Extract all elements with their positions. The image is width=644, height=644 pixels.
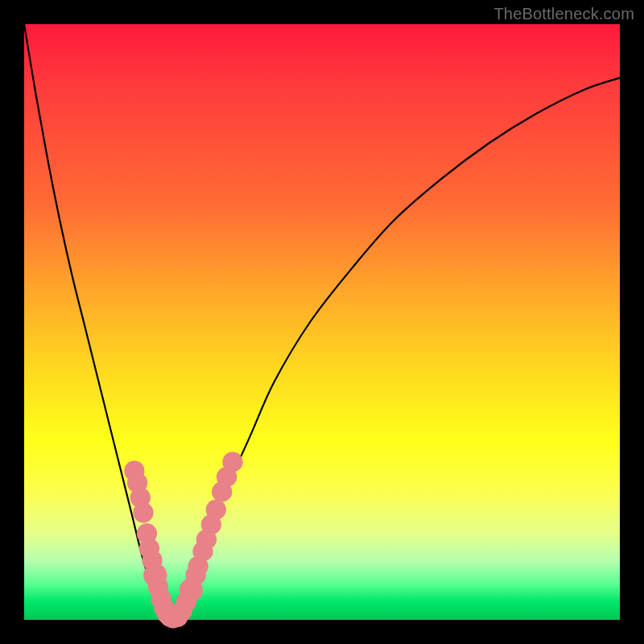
curve-marker [206,499,226,519]
plot-area [24,24,620,620]
watermark-label: TheBottleneck.com [493,5,634,23]
bottleneck-curve [24,24,620,623]
chart-svg [24,24,620,620]
chart-frame: TheBottleneck.com [0,0,644,644]
curve-markers [124,452,242,628]
curve-marker [133,502,153,522]
curve-marker [222,452,242,472]
